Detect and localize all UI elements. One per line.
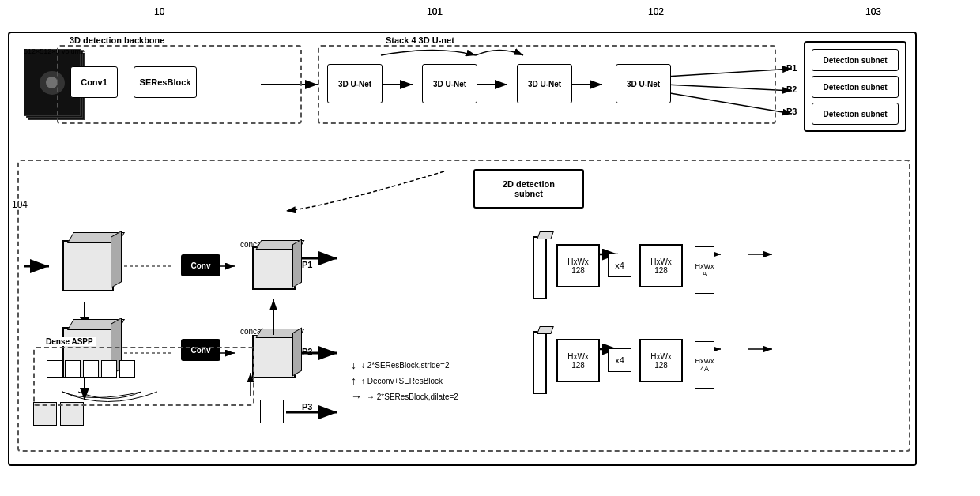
- legend-area: ↓ ↓ 2*SEResBlock,stride=2 ↑ ↑ Deconv+SER…: [351, 359, 525, 406]
- stack-label: Stack 4 3D U-net: [383, 36, 458, 45]
- det-subnet-2: Detection subnet: [812, 76, 899, 98]
- seresblock-block: SEResBlock: [134, 66, 197, 98]
- backbone-label: 3D detection backbone: [66, 36, 168, 45]
- hxwx-128-bot-2: HxWx 128: [639, 339, 683, 382]
- unet1-block: 3D U-Net: [327, 64, 383, 103]
- det2d-label: 2D detectionsubnet: [503, 179, 555, 198]
- legend-text-2: ↑ Deconv+SEResBlock: [361, 377, 443, 385]
- p3-label-top: P3: [786, 107, 797, 116]
- big-cube-1: [62, 240, 114, 291]
- dense-aspp-box: Dense ASPP: [33, 347, 254, 406]
- legend-arrow-1: ↓: [351, 359, 356, 371]
- unet4-block: 3D U-Net: [616, 64, 671, 103]
- hxwx-a-top: HxWx A: [695, 246, 714, 294]
- backbone-box: 3D detection backbone Conv1 SEResBlock: [57, 45, 302, 124]
- hxwx-128-top-2: HxWx 128: [639, 244, 683, 287]
- hxwx-4a-label: HxWx 4A: [695, 357, 714, 373]
- hxwx-a-label: HxWx A: [695, 262, 714, 278]
- x4-bot: x4: [608, 348, 631, 372]
- legend-item-1: ↓ ↓ 2*SEResBlock,stride=2: [351, 359, 525, 371]
- x4-label-bot: x4: [615, 355, 624, 365]
- stack-box: Stack 4 3D U-net 3D U-Net 3D U-Net 3D U-…: [318, 45, 776, 124]
- concat-cube-p1: [252, 246, 296, 290]
- hxwx-128-bot-1: HxWx 128: [556, 339, 600, 382]
- ref-102-num: 102: [648, 6, 664, 17]
- unet3-block: 3D U-Net: [517, 64, 572, 103]
- conv-top: Conv: [181, 254, 220, 276]
- p2-label-top: P2: [786, 85, 797, 94]
- hxwx-label-b1: HxWx 128: [567, 352, 589, 370]
- hxwx-label-t2: HxWx 128: [650, 257, 672, 275]
- x4-label-top: x4: [615, 261, 624, 270]
- legend-item-2: ↑ ↑ Deconv+SEResBlock: [351, 374, 525, 387]
- p1-bottom: P1: [302, 260, 312, 269]
- hxwx-label-b2: HxWx 128: [650, 352, 672, 370]
- legend-text-3: → 2*SEResBlock,dilate=2: [367, 393, 458, 401]
- legend-text-1: ↓ 2*SEResBlock,stride=2: [361, 361, 449, 370]
- det-subnet-3: Detection subnet: [812, 103, 899, 125]
- 2d-book-bottom: [533, 331, 547, 394]
- det-subnet-1: Detection subnet: [812, 49, 899, 71]
- 2d-book-top: [533, 236, 547, 299]
- conv1-block: Conv1: [70, 66, 118, 98]
- hxwx-label-t1: HxWx 128: [567, 257, 589, 275]
- outer-diagram-box: 512×512×9 volume 3D detection backbone C…: [8, 32, 917, 466]
- det2d-subnet-box: 2D detectionsubnet: [473, 169, 584, 209]
- ref-101-num: 101: [427, 6, 443, 17]
- ref-10-num: 10: [154, 6, 164, 17]
- hxwx-4a-bot: HxWx 4A: [695, 341, 714, 389]
- p2-bottom: P2: [302, 347, 312, 356]
- x4-top: x4: [608, 254, 631, 277]
- dense-aspp-label: Dense ASPP: [43, 337, 96, 346]
- detection-subnet-outer: Detection subnet Detection subnet Detect…: [804, 41, 906, 132]
- legend-arrow-2: ↑: [351, 374, 356, 387]
- p3-bottom: P3: [302, 402, 312, 411]
- p1-label-top: P1: [786, 63, 797, 73]
- legend-item-3: → → 2*SEResBlock,dilate=2: [351, 390, 525, 403]
- ref-103-num: 103: [865, 6, 881, 17]
- dense-aspp-curves: [35, 348, 253, 404]
- hxwx-128-top-1: HxWx 128: [556, 244, 600, 287]
- concat-cube-p2: [252, 335, 296, 378]
- dense-aspp-output-box: [260, 400, 284, 423]
- unet2-block: 3D U-Net: [422, 64, 477, 103]
- bottom-dashed-box: Conv Conv concat concat P1 P2 P3 Dense A…: [17, 160, 910, 452]
- legend-arrow-3: →: [351, 390, 362, 403]
